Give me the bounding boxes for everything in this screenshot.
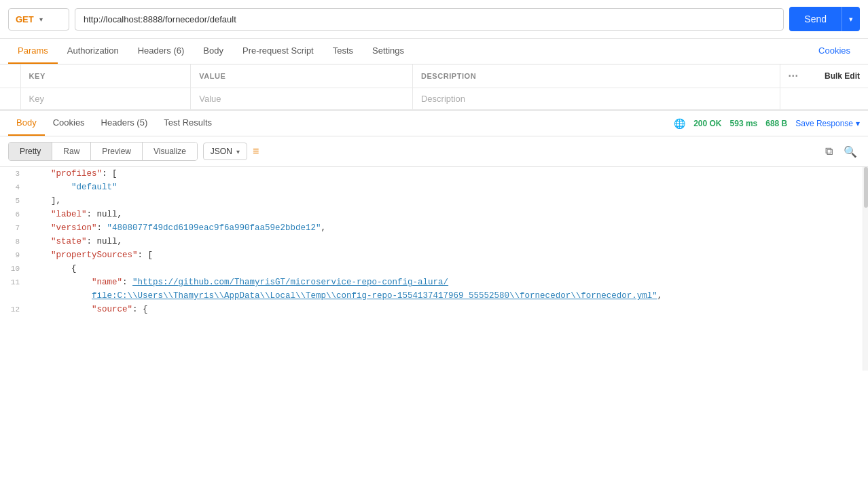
view-tab-visualize[interactable]: Visualize [143,143,197,160]
line-number: 11 [0,277,31,289]
json-line-9: 9 "propertySources": [ [0,248,868,262]
line-number: 10 [0,263,31,276]
line-number: 6 [0,209,31,221]
tab-params[interactable]: Params [8,39,58,64]
json-line-11: 11 "name": "https://github.com/ThamyrisG… [0,276,868,289]
line-content: "name": "https://github.com/ThamyrisGT/m… [31,276,448,289]
json-line-5: 5 ], [0,194,868,208]
globe-icon: 🌐 [674,118,685,129]
json-line-4: 4 "default" [0,181,868,194]
filter-icon[interactable]: ≡ [253,145,259,157]
bulk-edit-button[interactable]: Bulk Edit [825,71,860,81]
format-chevron-icon: ▾ [236,148,240,155]
line-content: "source": { [31,303,148,316]
line-number: 3 [0,168,31,181]
method-selector[interactable]: GET ▾ [8,8,69,31]
view-tab-raw[interactable]: Raw [52,143,91,160]
line-content: "default" [31,181,117,194]
format-selector[interactable]: JSON ▾ [203,143,247,160]
json-line-12: 12 "source": { [0,303,868,316]
response-time: 593 ms [730,119,758,128]
method-label: GET [16,14,34,24]
tab-body[interactable]: Body [194,39,233,64]
tab-headers[interactable]: Headers (6) [128,39,194,64]
response-size: 688 B [765,119,787,128]
response-section: Body Cookies Headers (5) Test Results 🌐 … [0,110,868,371]
line-content: "state": null, [31,235,122,248]
line-number: 9 [0,250,31,262]
tab-authorization[interactable]: Authorization [58,39,128,64]
view-tab-preview[interactable]: Preview [91,143,143,160]
tab-cookies[interactable]: Cookies [809,39,860,64]
more-options-icon[interactable]: ··· [789,70,799,82]
line-number: 4 [0,182,31,194]
save-response-chevron-icon: ▾ [856,119,860,128]
checkbox-col-header [0,64,20,88]
send-dropdown-button[interactable]: ▾ [842,7,860,31]
params-table: KEY VALUE DESCRIPTION ··· Bulk Edit Key … [0,64,868,110]
line-content: "profiles": [ [31,167,117,181]
json-line-10: 10 { [0,262,868,276]
tab-tests[interactable]: Tests [323,39,363,64]
scrollbar-track[interactable] [863,167,868,371]
body-toolbar: Pretty Raw Preview Visualize JSON ▾ ≡ ⧉ … [0,136,868,167]
request-bar: GET ▾ Send ▾ [0,0,868,39]
view-tabs-group: Pretty Raw Preview Visualize [8,142,198,161]
tab-settings[interactable]: Settings [363,39,414,64]
actions-placeholder-cell [780,88,868,110]
value-placeholder-cell[interactable]: Value [191,88,413,110]
method-chevron-icon: ▾ [39,16,43,23]
url-input[interactable] [75,8,784,31]
line-content: "version": "4808077f49dcd6109eac9f6a990f… [31,221,326,235]
tab-pre-request-script[interactable]: Pre-request Script [233,39,323,64]
json-line-11-cont: file:C:\\Users\\Thamyris\\AppData\\Local… [0,289,868,303]
format-label: JSON [211,147,232,156]
send-button[interactable]: Send [789,7,842,31]
line-number: 5 [0,195,31,208]
line-content: "label": null, [31,208,122,221]
response-tabs-bar: Body Cookies Headers (5) Test Results 🌐 … [0,111,868,136]
row-checkbox-cell [0,88,20,110]
body-actions: ⧉ 🔍 [822,143,860,161]
description-col-header: DESCRIPTION [412,64,780,88]
resp-tab-test-results[interactable]: Test Results [156,111,220,136]
save-response-button[interactable]: Save Response ▾ [795,119,860,128]
request-tabs-bar: Params Authorization Headers (6) Body Pr… [0,39,868,64]
json-line-7: 7 "version": "4808077f49dcd6109eac9f6a99… [0,221,868,235]
json-line-8: 8 "state": null, [0,235,868,248]
search-icon[interactable]: 🔍 [841,143,860,161]
params-placeholder-row: Key Value Description [0,88,868,110]
line-content: ], [31,194,61,208]
send-button-group: Send ▾ [789,7,860,31]
actions-col-header: ··· Bulk Edit [780,64,868,88]
line-number: 7 [0,223,31,235]
description-placeholder-cell[interactable]: Description [412,88,780,110]
view-tab-pretty[interactable]: Pretty [9,143,52,160]
value-col-header: VALUE [191,64,413,88]
json-line-3: 3 "profiles": [ [0,167,868,181]
line-content: { [31,262,77,276]
key-col-header: KEY [20,64,191,88]
resp-tab-cookies[interactable]: Cookies [45,111,93,136]
resp-tab-body[interactable]: Body [8,111,45,136]
copy-icon[interactable]: ⧉ [822,143,835,161]
line-number: 12 [0,304,31,316]
key-placeholder-cell[interactable]: Key [20,88,191,110]
response-status-bar: 🌐 200 OK 593 ms 688 B Save Response ▾ [674,118,860,129]
status-code: 200 OK [693,119,721,128]
line-number: 8 [0,236,31,248]
line-content: file:C:\\Users\\Thamyris\\AppData\\Local… [31,289,662,303]
line-content: "propertySources": [ [31,248,153,262]
resp-tab-headers[interactable]: Headers (5) [93,111,156,136]
json-line-6: 6 "label": null, [0,208,868,221]
scrollbar-thumb[interactable] [864,167,868,208]
json-body: 3 "profiles": [ 4 "default" 5 ], 6 "labe… [0,167,868,371]
